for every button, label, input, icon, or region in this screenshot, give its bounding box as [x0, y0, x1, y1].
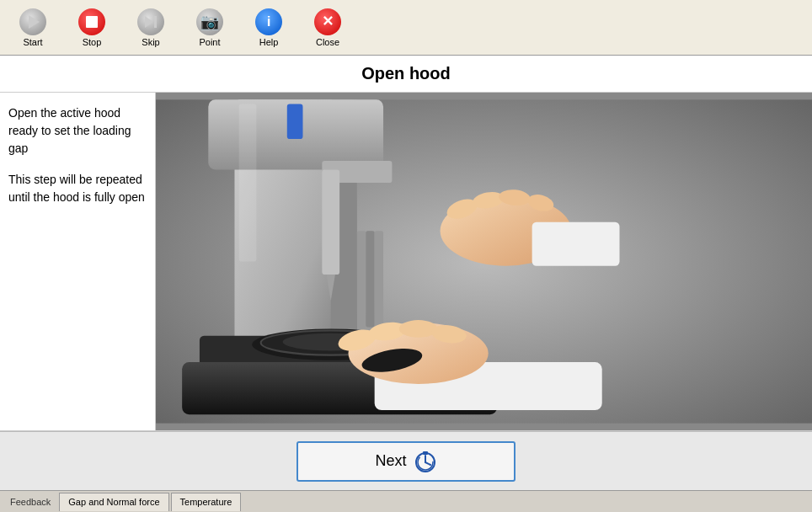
gap-normal-force-tab[interactable]: Gap and Normal force [59, 493, 168, 511]
skip-icon [137, 8, 164, 35]
status-bar: Feedback Gap and Normal force Temperatur… [0, 490, 812, 512]
skip-button[interactable]: Skip [123, 3, 179, 52]
point-label: Point [199, 37, 220, 47]
svg-rect-4 [287, 104, 303, 140]
svg-rect-15 [375, 231, 383, 327]
timer-icon [414, 450, 437, 473]
help-icon: i [255, 8, 282, 35]
svg-rect-29 [239, 104, 257, 262]
start-icon [19, 8, 46, 35]
help-label: Help [259, 37, 279, 47]
help-button[interactable]: i Help [241, 3, 296, 52]
machine-image [156, 93, 812, 430]
instructions-panel: Open the active hood ready to set the lo… [0, 93, 156, 430]
instruction-line2: This step will be repeated until the hoo… [8, 171, 147, 206]
camera-icon: 📷 [196, 8, 223, 35]
svg-rect-34 [423, 451, 428, 455]
instruction-line1: Open the active hood ready to set the lo… [8, 104, 147, 157]
svg-point-26 [399, 320, 438, 338]
svg-line-33 [425, 462, 430, 465]
svg-rect-11 [322, 169, 339, 275]
page-title: Open hood [0, 56, 812, 93]
svg-rect-14 [366, 231, 374, 327]
close-label: Close [316, 37, 339, 47]
toolbar: Start Stop Skip 📷 Point i Help ✕ Close [0, 0, 812, 56]
stop-icon [78, 8, 105, 35]
stop-button[interactable]: Stop [64, 3, 120, 52]
skip-label: Skip [142, 37, 159, 47]
svg-rect-13 [357, 231, 366, 327]
close-icon: ✕ [314, 8, 341, 35]
feedback-label: Feedback [3, 495, 57, 509]
close-button[interactable]: ✕ Close [300, 3, 355, 52]
next-label: Next [375, 452, 406, 470]
start-label: Start [23, 37, 42, 47]
point-button[interactable]: 📷 Point [182, 3, 238, 52]
content-area: Open the active hood ready to set the lo… [0, 93, 812, 431]
svg-rect-21 [532, 222, 620, 266]
temperature-tab[interactable]: Temperature [171, 493, 242, 511]
next-button[interactable]: Next [296, 441, 516, 482]
machine-illustration [156, 93, 812, 430]
main-content: Open hood Open the active hood ready to … [0, 56, 812, 490]
action-area: Next [0, 431, 812, 490]
start-button[interactable]: Start [5, 3, 61, 52]
stop-label: Stop [83, 37, 102, 47]
